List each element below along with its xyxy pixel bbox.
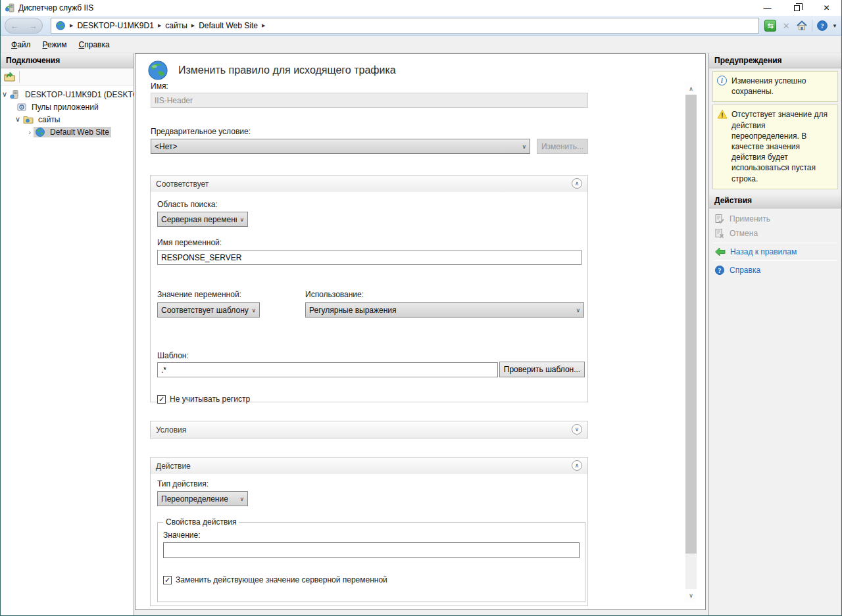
help-link[interactable]: ? Справка <box>709 263 841 277</box>
tree-item-label: Пулы приложений <box>30 102 101 112</box>
ignore-case-label: Не учитывать регистр <box>170 394 250 404</box>
chevron-down-icon: ∨ <box>576 307 580 314</box>
restore-button[interactable] <box>782 0 812 16</box>
breadcrumb-server[interactable]: DESKTOP-U1MK9D1 <box>77 21 153 30</box>
scope-select[interactable]: Серверная переменн ∨ <box>157 212 248 227</box>
connections-panel: Подключения ∨ DE <box>1 53 134 615</box>
breadcrumb-arrow-icon[interactable]: ▶ <box>262 23 265 28</box>
breadcrumb-sites[interactable]: сайты <box>165 21 187 30</box>
using-label: Использование: <box>305 290 364 299</box>
expand-icon[interactable]: ∨ <box>572 424 582 435</box>
variable-value-select[interactable]: Соответствует шаблону ∨ <box>157 302 260 318</box>
toolbar-separator <box>19 71 20 83</box>
action-properties-group: Свойства действия Значение: ✓ Заменить д… <box>157 522 585 602</box>
actions-list: Применить Отмена Назад к правилам <box>709 208 841 277</box>
right-panel: Предупреждения i Изменения успешно сохра… <box>708 53 841 615</box>
page-globe-icon <box>147 59 169 82</box>
help-icon: ? <box>714 265 725 275</box>
pattern-input[interactable] <box>157 362 498 377</box>
iis-manager-window: Диспетчер служб IIS — ✕ ← → ▶ DESKTOP-U1… <box>0 0 842 616</box>
apply-icon <box>714 214 725 224</box>
close-button[interactable]: ✕ <box>812 0 841 16</box>
tree-item-sites[interactable]: ∨ сайты <box>1 113 134 126</box>
scrollbar-thumb[interactable] <box>685 95 697 554</box>
menu-file[interactable]: Файл <box>6 38 36 51</box>
expander-open-icon[interactable]: ∨ <box>1 90 9 99</box>
ignore-case-checkbox[interactable]: ✓ Не учитывать регистр <box>157 394 250 404</box>
precondition-select[interactable]: <Нет> ∨ <box>151 139 530 154</box>
address-bar: ← → ▶ DESKTOP-U1MK9D1 ▶ сайты ▶ Default … <box>1 16 841 36</box>
expander-closed-icon[interactable]: › <box>26 128 34 136</box>
replace-value-checkbox[interactable]: ✓ Заменить действующее значение серверно… <box>163 575 387 584</box>
back-arrow-icon <box>714 247 726 256</box>
action-type-select[interactable]: Переопределение ∨ <box>157 491 248 506</box>
info-alert-text: Изменения успешно сохранены. <box>731 76 833 97</box>
edit-outbound-rule-page: Изменить правило для исходящего трафика … <box>135 53 706 610</box>
breadcrumb-arrow-icon[interactable]: ▶ <box>158 23 161 28</box>
help-icon[interactable]: ? <box>816 20 828 32</box>
actions-separator <box>713 260 837 261</box>
cancel-icon <box>714 228 725 239</box>
save-connection-icon[interactable] <box>4 72 15 82</box>
breadcrumb-default-web-site[interactable]: Default Web Site <box>199 21 258 30</box>
action-value-input[interactable] <box>163 542 580 558</box>
variable-name-input[interactable] <box>157 250 582 265</box>
test-pattern-button[interactable]: Проверить шаблон... <box>499 362 585 377</box>
name-label: Имя: <box>151 82 168 91</box>
edit-precondition-button: Изменить... <box>537 139 588 154</box>
chevron-down-icon: ∨ <box>239 496 244 502</box>
collapse-icon[interactable]: ∧ <box>572 460 582 471</box>
server-icon <box>10 89 20 100</box>
breadcrumb-arrow-icon[interactable]: ▶ <box>191 23 195 28</box>
svg-text:?: ? <box>820 22 824 30</box>
collapse-icon[interactable]: ∧ <box>572 178 582 189</box>
action-value-label: Значение: <box>163 531 201 540</box>
tree-item-server[interactable]: ∨ DESKTOP-U1MK9D1 (DESKTOI <box>1 88 134 101</box>
actions-header: Действия <box>709 193 841 208</box>
scroll-up-icon[interactable]: ∧ <box>685 82 697 95</box>
menu-view[interactable]: Режим <box>37 38 72 51</box>
conditions-section: Условия ∨ <box>150 421 588 438</box>
home-icon[interactable] <box>796 20 808 32</box>
tree-item-label: сайты <box>36 114 62 125</box>
app-icon <box>5 3 15 13</box>
toolbar-separator <box>812 20 812 32</box>
scroll-down-icon[interactable]: ∨ <box>685 589 697 602</box>
sites-folder-icon <box>23 114 34 125</box>
info-icon: i <box>717 76 727 85</box>
menu-help[interactable]: Справка <box>74 38 115 51</box>
tree-item-default-web-site[interactable]: › Default Web Site <box>1 126 134 138</box>
back-arrow-icon[interactable]: ← <box>11 21 19 31</box>
forward-arrow-icon[interactable]: → <box>29 21 37 31</box>
tree-item-app-pools[interactable]: Пулы приложений <box>1 101 134 113</box>
chevron-down-icon: ∨ <box>239 216 244 223</box>
breadcrumb[interactable]: ▶ DESKTOP-U1MK9D1 ▶ сайты ▶ Default Web … <box>51 18 759 34</box>
checkbox-checked-icon: ✓ <box>157 395 166 404</box>
warning-alert-text: Отсутствует значение для действия переоп… <box>731 109 833 183</box>
precondition-label: Предварительное условие: <box>151 127 251 136</box>
tree-item-label: Default Web Site <box>48 127 111 137</box>
minimize-button[interactable]: — <box>753 0 782 16</box>
pattern-label: Шаблон: <box>157 351 189 360</box>
restart-icon[interactable]: ⇆ <box>764 20 776 32</box>
help-dropdown-caret-icon[interactable]: ▼ <box>832 23 837 29</box>
warning-icon <box>717 109 728 120</box>
action-properties-legend: Свойства действия <box>163 517 239 527</box>
back-to-rules-link[interactable]: Назад к правилам <box>709 245 841 258</box>
cancel-action: Отмена <box>709 226 841 241</box>
name-field <box>151 93 588 108</box>
info-alert: i Изменения успешно сохранены. <box>712 71 838 102</box>
restore-icon <box>794 5 800 11</box>
breadcrumb-arrow-icon: ▶ <box>70 23 73 28</box>
match-section-title: Соответствует <box>156 179 209 189</box>
menu-bar: Файл Режим Справка <box>1 36 841 53</box>
alerts-header: Предупреждения <box>709 53 841 68</box>
using-select[interactable]: Регулярные выражения ∨ <box>305 302 584 318</box>
warning-alert: Отсутствует значение для действия переоп… <box>712 105 838 189</box>
nav-back-forward[interactable]: ← → <box>5 18 43 34</box>
checkbox-checked-icon: ✓ <box>163 576 172 584</box>
content-scrollbar[interactable]: ∧ ∨ <box>685 82 697 602</box>
conditions-section-title: Условия <box>156 425 186 435</box>
expander-open-icon[interactable]: ∨ <box>14 115 22 124</box>
variable-name-label: Имя переменной: <box>157 238 222 247</box>
